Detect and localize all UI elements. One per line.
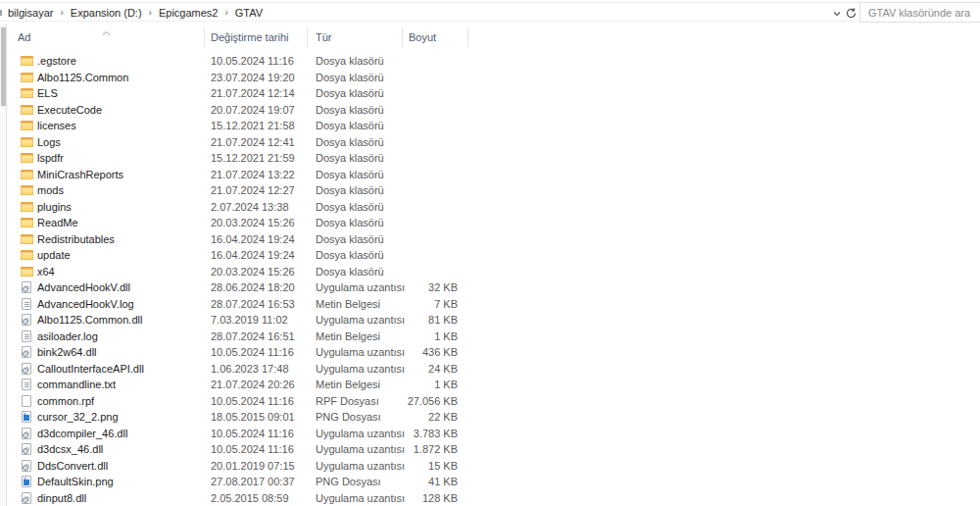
dll-file-icon [22, 281, 31, 293]
file-row[interactable]: Albo1125.Common.dll 7.03.2019 11:02 Uygu… [8, 312, 980, 329]
file-row[interactable]: bink2w64.dll 10.05.2024 11:16 Uygulama u… [8, 344, 980, 361]
file-row[interactable]: Logs 21.07.2024 12:41 Dosya klasörü [8, 134, 980, 151]
column-header-type[interactable]: Tür [316, 31, 332, 43]
file-row[interactable]: CalloutInterfaceAPI.dll 1.06.2023 17:48 … [8, 361, 980, 378]
file-size: 32 KB [373, 279, 458, 296]
file-date-modified: 10.05.2024 11:16 [211, 441, 294, 458]
file-name: cursor_32_2.png [37, 409, 119, 426]
file-name: Albo1125.Common [37, 70, 128, 86]
file-row[interactable]: .egstore 10.05.2024 11:16 Dosya klasörü [8, 53, 980, 70]
file-row[interactable]: common.rpf 10.05.2024 11:16 RPF Dosyası … [8, 393, 980, 410]
file-type: Dosya klasörü [316, 134, 384, 151]
column-divider[interactable] [402, 27, 403, 47]
clipped-text-fragment [0, 10, 2, 16]
file-row[interactable]: d3dcsx_46.dll 10.05.2024 11:16 Uygulama … [8, 441, 980, 458]
search-input[interactable] [860, 3, 980, 22]
folder-icon [21, 249, 33, 261]
folder-icon [21, 201, 33, 213]
file-type: Dosya klasörü [316, 70, 384, 86]
left-pane-scrollbar[interactable] [0, 24, 7, 506]
text-file-icon [22, 379, 31, 390]
file-row[interactable]: update 16.04.2024 19:24 Dosya klasörü [8, 247, 980, 264]
file-type: Dosya klasörü [316, 102, 384, 119]
breadcrumb-item-gtav[interactable]: GTAV [233, 7, 265, 19]
file-row[interactable]: plugins 2.07.2024 13:38 Dosya klasörü [8, 199, 980, 216]
file-size: 81 KB [373, 312, 458, 329]
file-row[interactable]: MiniCrashReports 21.07.2024 13:22 Dosya … [8, 167, 980, 183]
file-type: Dosya klasörü [316, 215, 384, 231]
file-name: AdvancedHookV.dll [37, 279, 130, 296]
file-row[interactable]: Redistributables 16.04.2024 19:24 Dosya … [8, 231, 980, 248]
file-date-modified: 27.08.2017 00:37 [211, 474, 295, 490]
refresh-icon[interactable] [845, 7, 858, 20]
file-row[interactable]: commandline.txt 21.07.2024 20:26 Metin B… [8, 377, 980, 393]
address-dropdown-icon[interactable] [831, 8, 843, 20]
file-row[interactable]: mods 21.07.2024 12:27 Dosya klasörü [8, 182, 980, 199]
breadcrumb-item-drive[interactable]: Expansion (D:) [69, 7, 144, 19]
file-date-modified: 15.12.2021 21:58 [211, 118, 295, 134]
file-name: update [37, 247, 71, 264]
file-row[interactable]: asiloader.log 28.07.2024 16:51 Metin Bel… [8, 329, 980, 345]
file-row[interactable]: d3dcompiler_46.dll 10.05.2024 11:16 Uygu… [8, 426, 980, 442]
file-date-modified: 18.05.2015 09:01 [211, 409, 295, 426]
file-date-modified: 7.03.2019 11:02 [211, 312, 288, 329]
file-name: CalloutInterfaceAPI.dll [37, 361, 144, 378]
file-row[interactable]: ExecuteCode 20.07.2024 19:07 Dosya klasö… [8, 102, 980, 119]
file-type: Dosya klasörü [316, 53, 384, 70]
folder-icon [21, 120, 33, 131]
address-bar[interactable]: bilgisayar › Expansion (D:) › Epicgames2… [0, 3, 980, 22]
file-size: 1 KB [373, 377, 458, 393]
column-divider[interactable] [307, 27, 308, 47]
file-name: dinput8.dll [37, 490, 86, 506]
breadcrumb-item-this-pc[interactable]: bilgisayar [6, 7, 55, 19]
file-row[interactable]: Albo1125.Common 23.07.2024 19:20 Dosya k… [8, 70, 980, 86]
file-row[interactable]: ReadMe 20.03.2024 15:26 Dosya klasörü [8, 215, 980, 231]
file-date-modified: 21.07.2024 12:27 [211, 182, 295, 199]
folder-icon [21, 266, 33, 278]
file-date-modified: 10.05.2024 11:16 [211, 53, 294, 70]
file-row[interactable]: dinput8.dll 2.05.2015 08:59 Uygulama uza… [8, 490, 980, 506]
column-divider[interactable] [467, 27, 468, 47]
file-row[interactable]: lspdfr 15.12.2021 21:59 Dosya klasörü [8, 150, 980, 167]
file-name: Albo1125.Common.dll [37, 312, 142, 329]
file-type: Dosya klasörü [316, 85, 384, 102]
column-header-size[interactable]: Boyut [409, 31, 436, 43]
file-name: DefaultSkin.png [37, 474, 114, 490]
file-name: DdsConvert.dll [37, 458, 108, 475]
file-name: Redistributables [37, 231, 115, 248]
file-row[interactable]: DdsConvert.dll 20.01.2019 07:15 Uygulama… [8, 458, 980, 475]
file-row[interactable]: ELS 21.07.2024 12:14 Dosya klasörü [8, 85, 980, 102]
file-type: RPF Dosyası [316, 393, 379, 410]
file-name: bink2w64.dll [37, 344, 97, 361]
file-row[interactable]: DefaultSkin.png 27.08.2017 00:37 PNG Dos… [8, 474, 980, 490]
file-name: d3dcompiler_46.dll [37, 426, 127, 442]
file-type: Dosya klasörü [316, 182, 384, 199]
file-row[interactable]: AdvancedHookV.dll 28.06.2024 18:20 Uygul… [8, 279, 980, 296]
file-size: 24 KB [373, 361, 458, 378]
file-size: 22 KB [373, 409, 458, 426]
scrollbar-thumb[interactable] [1, 27, 6, 106]
folder-icon [21, 136, 33, 148]
column-divider[interactable] [204, 27, 205, 47]
file-type: Dosya klasörü [316, 231, 384, 248]
file-date-modified: 10.05.2024 11:16 [211, 393, 294, 410]
column-header-date-modified[interactable]: Değiştirme tarihi [211, 31, 288, 43]
file-row[interactable]: cursor_32_2.png 18.05.2015 09:01 PNG Dos… [8, 409, 980, 426]
file-name: Logs [37, 134, 61, 151]
file-name: plugins [37, 199, 72, 216]
file-date-modified: 10.05.2024 11:16 [211, 344, 294, 361]
file-name: asiloader.log [37, 329, 98, 345]
file-name: ELS [37, 85, 58, 102]
image-file-icon [22, 411, 31, 423]
breadcrumb-item-epicgames2[interactable]: Epicgames2 [157, 7, 220, 19]
file-date-modified: 1.06.2023 17:48 [211, 361, 289, 378]
text-file-icon [22, 298, 31, 310]
file-row[interactable]: x64 20.03.2024 15:26 Dosya klasörü [8, 264, 980, 280]
file-name: mods [37, 182, 64, 199]
column-header-name[interactable]: Ad [18, 31, 30, 43]
file-row[interactable]: AdvancedHookV.log 28.07.2024 16:53 Metin… [8, 296, 980, 313]
file-row[interactable]: licenses 15.12.2021 21:58 Dosya klasörü [8, 118, 980, 134]
file-date-modified: 21.07.2024 13:22 [211, 167, 295, 183]
folder-icon [21, 169, 33, 180]
file-date-modified: 20.01.2019 07:15 [211, 458, 295, 475]
